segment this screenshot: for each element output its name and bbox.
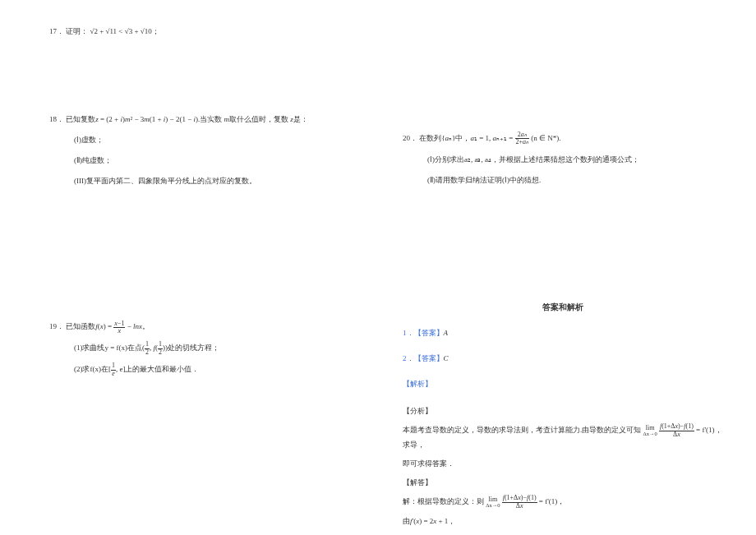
q19-sub1: (1)求曲线y = f(x)在点(12, f(12))处的切线方程； bbox=[74, 341, 353, 356]
lim-expr-1: limΔx→0 bbox=[643, 425, 657, 437]
analysis-label-line: 【解析】 bbox=[403, 379, 723, 390]
answer-1-label: 1．【答案】 bbox=[403, 329, 444, 337]
q20-frac: 2aₙ2+aₙ bbox=[515, 131, 530, 146]
analysis-label: 【解析】 bbox=[403, 380, 432, 388]
analysis-block: 【分析】 本题考查导数的定义，导数的求导法则，考查计算能力.由导数的定义可知 l… bbox=[403, 404, 723, 535]
q20-number: 20． bbox=[403, 134, 417, 142]
q20-sub2: (Ⅱ)请用数学归纳法证明(Ⅰ)中的猜想. bbox=[427, 173, 723, 187]
q18-sub2: (Ⅱ)纯虚数； bbox=[74, 154, 353, 168]
problem-20: 20． 在数列{aₙ}中，a₁ = 1, aₙ₊₁ = 2aₙ2+aₙ (n ∈… bbox=[403, 131, 723, 187]
q20-suffix: (n ∈ N*). bbox=[531, 134, 560, 142]
answer-2-label: 2．【答案】 bbox=[403, 354, 444, 362]
lim-frac-2: f(1+Δx)−f(1)Δx bbox=[502, 495, 537, 510]
problem-17: 17． 证明： √2 + √11 < √3 + √10； bbox=[49, 25, 353, 39]
q19-frac1: x−1x bbox=[113, 321, 125, 335]
q18-sub3: (III)复平面内第二、四象限角平分线上的点对应的复数。 bbox=[74, 174, 353, 188]
analysis-line2: 即可求得答案． bbox=[403, 457, 723, 471]
q18-number: 18． bbox=[49, 115, 64, 123]
q19-sub2: (2)求f(x)在[1e, e]上的最大值和最小值． bbox=[74, 362, 353, 377]
lim-frac-1: f(1+Δx)−f(1)Δx bbox=[659, 423, 694, 438]
q20-text: 在数列{aₙ}中，a₁ = 1, aₙ₊₁ = bbox=[419, 134, 514, 142]
analysis-line4: 由f'(x) = 2x + 1， bbox=[403, 514, 723, 528]
q19-fx: f bbox=[95, 322, 98, 330]
answer-2: 2．【答案】C bbox=[403, 353, 723, 364]
q20-sub1: (Ⅰ)分别求出a₂, a₃, a₄，并根据上述结果猜想这个数列的通项公式； bbox=[427, 153, 723, 167]
q19-text-prefix: 已知函数 bbox=[66, 322, 95, 330]
lim-expr-2: limΔx→0 bbox=[486, 496, 500, 509]
problem-18: 18． 已知复数z = (2 + i)m² − 3m(1 + i) − 2(1 … bbox=[49, 113, 353, 188]
answer-1-value: A bbox=[444, 329, 449, 337]
fx-label: 【分析】 bbox=[403, 404, 723, 418]
analysis-line1: 本题考查导数的定义，导数的求导法则，考查计算能力.由导数的定义可知 limΔx→… bbox=[403, 423, 723, 452]
problem-19: 19． 已知函数f(x) = x−1x − lnx。 (1)求曲线y = f(x… bbox=[49, 320, 353, 376]
analysis-line3: 解：根据导数的定义：则 limΔx→0 f(1+Δx)−f(1)Δx = f'(… bbox=[403, 495, 723, 510]
q18-sub1: (Ⅰ)虚数； bbox=[74, 133, 353, 147]
q17-number: 17． bbox=[49, 27, 64, 35]
q19-number: 19． bbox=[49, 322, 64, 330]
q18-text: 已知复数z = (2 + i)m² − 3m(1 + i) − 2(1 − i)… bbox=[66, 115, 308, 123]
answers-header: 答案和解析 bbox=[403, 302, 723, 313]
answer-2-value: C bbox=[444, 354, 449, 362]
q17-formula: √2 + √11 < √3 + √10； bbox=[90, 27, 159, 35]
q19-frac-half1: 12 bbox=[145, 341, 150, 356]
q17-text: 证明： bbox=[66, 27, 88, 35]
answer-1: 1．【答案】A bbox=[403, 328, 723, 339]
jd-label: 【解答】 bbox=[403, 476, 723, 490]
